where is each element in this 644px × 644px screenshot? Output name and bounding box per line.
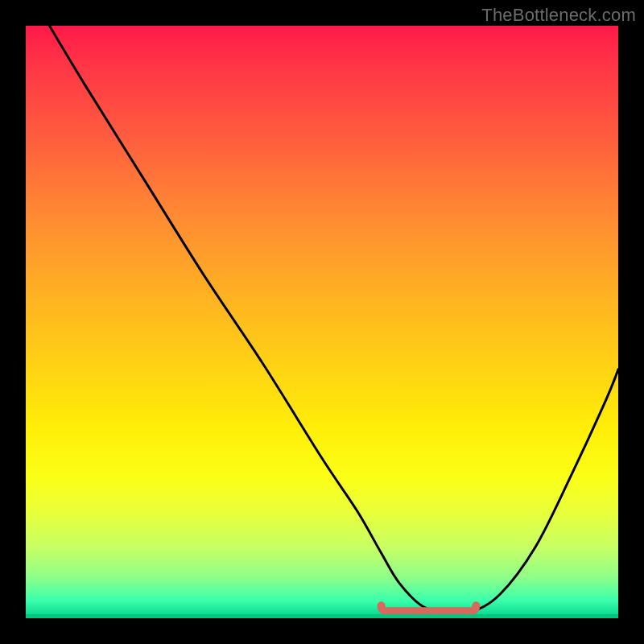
curve-layer [26,26,618,618]
baseline-accent [26,614,618,618]
bottleneck-curve [49,26,618,614]
trough-highlight [382,605,477,611]
plot-area [26,26,618,618]
chart-frame: TheBottleneck.com [0,0,644,644]
watermark: TheBottleneck.com [481,5,636,26]
